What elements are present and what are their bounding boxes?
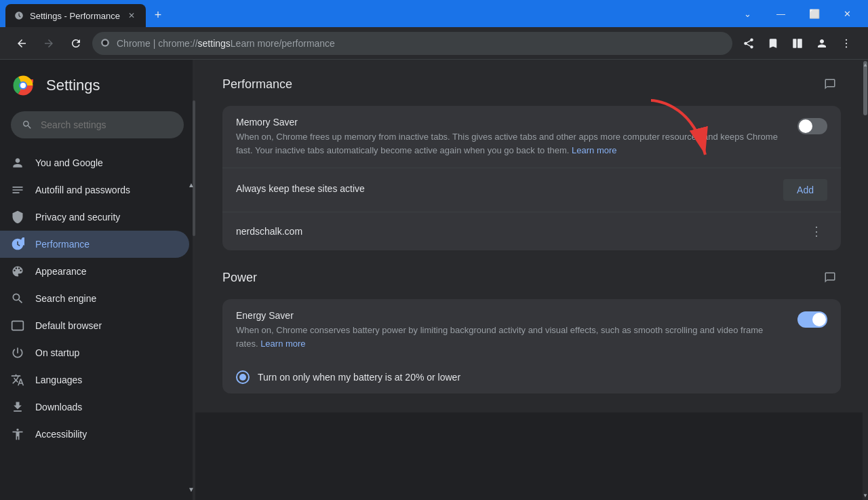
- autofill-icon: [11, 183, 24, 197]
- nav-actions: [738, 33, 857, 54]
- svg-point-5: [846, 42, 847, 43]
- memory-saver-card: Memory Saver When on, Chrome frees up me…: [222, 106, 841, 250]
- content-scrollbar-thumb: [863, 61, 867, 115]
- address-path-display: /performance: [279, 38, 334, 49]
- tab-close-button[interactable]: ✕: [125, 9, 138, 22]
- titlebar: Settings - Performance ✕ + ⌄ — ⬜ ✕: [0, 0, 868, 27]
- titlebar-controls: ⌄ — ⬜ ✕: [732, 4, 863, 27]
- sidebar-label: Autofill and passwords: [35, 185, 130, 195]
- search-input[interactable]: [41, 119, 173, 130]
- address-protocol: chrome://: [158, 38, 197, 49]
- address-scheme: Chrome: [117, 38, 151, 49]
- energy-saver-row: Energy Saver When on, Chrome conserves b…: [222, 299, 841, 361]
- content-wrapper: Performance Memory Saver When on, Chrome…: [195, 60, 868, 500]
- search-engine-icon: [11, 292, 24, 305]
- svg-point-14: [20, 83, 26, 88]
- main-container: Settings You and Google: [0, 60, 868, 500]
- performance-feedback-button[interactable]: [819, 73, 841, 95]
- sidebar-item-appearance[interactable]: Appearance: [0, 258, 189, 285]
- sidebar: Settings You and Google: [0, 60, 195, 448]
- search-bar[interactable]: [11, 111, 184, 138]
- power-section-title: Power: [222, 271, 257, 285]
- navbar: Chrome | chrome://settingsLearn more/per…: [0, 27, 868, 60]
- maximize-button[interactable]: ⬜: [799, 4, 829, 23]
- energy-saver-learn-more[interactable]: Learn more: [260, 339, 305, 349]
- forward-button[interactable]: [38, 33, 60, 54]
- memory-saver-desc: When on, Chrome frees up memory from ina…: [236, 130, 787, 157]
- accessibility-icon: [11, 427, 24, 441]
- sidebar-item-downloads[interactable]: Downloads: [0, 393, 189, 421]
- sidebar-label: On startup: [35, 347, 79, 358]
- sidebar-item-accessibility[interactable]: Accessibility: [0, 421, 189, 448]
- power-section-header: Power: [222, 267, 841, 288]
- startup-icon: [11, 346, 24, 360]
- memory-saver-learn-more[interactable]: Learn more: [572, 145, 616, 155]
- dropdown-button[interactable]: ⌄: [732, 4, 763, 23]
- tab-bar: Settings - Performance ✕ +: [5, 4, 732, 27]
- address-path: Learn more: [231, 38, 279, 49]
- svg-rect-2: [793, 39, 796, 48]
- power-feedback-button[interactable]: [819, 267, 841, 288]
- refresh-button[interactable]: [65, 33, 87, 54]
- content-scrollbar[interactable]: ▲ ▼: [863, 60, 868, 500]
- sidebar-item-languages[interactable]: Languages: [0, 366, 189, 393]
- sidebar-label: Default browser: [35, 320, 102, 331]
- scroll-up-arrow-icon[interactable]: ▲: [863, 60, 867, 69]
- address-bar[interactable]: Chrome | chrome://settingsLearn more/per…: [92, 32, 732, 55]
- sidebar-item-autofill[interactable]: Autofill and passwords: [0, 176, 189, 204]
- search-icon: [22, 119, 33, 130]
- minimize-button[interactable]: —: [766, 4, 796, 23]
- downloads-icon: [11, 400, 24, 414]
- site-name: nerdschalk.com: [236, 226, 302, 237]
- sidebar-label: Languages: [35, 374, 82, 385]
- person-icon: [11, 156, 24, 170]
- memory-saver-desc-text: When on, Chrome frees up memory from ina…: [236, 132, 778, 155]
- sidebar-wrapper: Settings You and Google: [0, 60, 195, 500]
- bookmark-button[interactable]: [762, 33, 784, 54]
- memory-saver-title: Memory Saver: [236, 117, 787, 128]
- sidebar-item-default-browser[interactable]: Default browser: [0, 312, 189, 339]
- always-active-row: Always keep these sites active Add: [222, 168, 841, 212]
- sidebar-item-performance[interactable]: Performance: [0, 231, 189, 258]
- chrome-logo-icon: [11, 73, 35, 98]
- close-button[interactable]: ✕: [832, 4, 863, 23]
- sidebar-scroll-up-icon: ▲: [188, 182, 195, 189]
- tab-title: Settings - Performance: [30, 11, 120, 21]
- energy-saver-toggle[interactable]: [797, 311, 827, 328]
- scroll-down-arrow-icon[interactable]: ▼: [863, 491, 867, 500]
- profile-button[interactable]: [811, 33, 833, 54]
- memory-saver-row: Memory Saver When on, Chrome frees up me…: [222, 106, 841, 168]
- back-button[interactable]: [11, 33, 33, 54]
- sidebar-label: You and Google: [35, 157, 103, 168]
- sidebar-title: Settings: [46, 77, 100, 94]
- memory-saver-toggle[interactable]: [797, 118, 827, 134]
- sidebar-label: Accessibility: [35, 429, 87, 440]
- add-site-button[interactable]: Add: [783, 179, 827, 201]
- sidebar-item-on-startup[interactable]: On startup: [0, 339, 189, 366]
- share-button[interactable]: [738, 33, 760, 54]
- battery-radio-label: Turn on only when my battery is at 20% o…: [258, 372, 460, 383]
- sidebar-item-search-engine[interactable]: Search engine: [0, 285, 189, 312]
- sidebar-label: Downloads: [35, 402, 82, 412]
- svg-rect-15: [12, 321, 24, 330]
- browser-icon: [11, 319, 24, 332]
- menu-button[interactable]: [835, 33, 857, 54]
- sidebar-item-privacy[interactable]: Privacy and security: [0, 204, 189, 231]
- languages-icon: [11, 373, 24, 387]
- sidebar-scroll-down-icon: ▼: [188, 486, 195, 493]
- energy-saver-title: Energy Saver: [236, 310, 787, 321]
- site-more-button[interactable]: ⋮: [806, 220, 827, 242]
- sidebar-item-you-and-google[interactable]: You and Google: [0, 149, 189, 176]
- svg-point-4: [846, 39, 847, 40]
- sidebar-toggle-button[interactable]: [787, 33, 808, 54]
- power-section: Power Energy Saver When on, Chrome conse…: [222, 267, 841, 393]
- sidebar-label: Privacy and security: [35, 212, 120, 223]
- new-tab-button[interactable]: +: [149, 5, 167, 24]
- memory-saver-text: Memory Saver When on, Chrome frees up me…: [236, 117, 787, 157]
- battery-radio-button[interactable]: [236, 370, 250, 384]
- svg-rect-3: [797, 39, 802, 48]
- energy-saver-card: Energy Saver When on, Chrome conserves b…: [222, 299, 841, 393]
- address-text: Chrome | chrome://settingsLearn more/per…: [117, 38, 335, 49]
- active-tab[interactable]: Settings - Performance ✕: [5, 4, 146, 27]
- site-row: nerdschalk.com ⋮: [222, 212, 841, 250]
